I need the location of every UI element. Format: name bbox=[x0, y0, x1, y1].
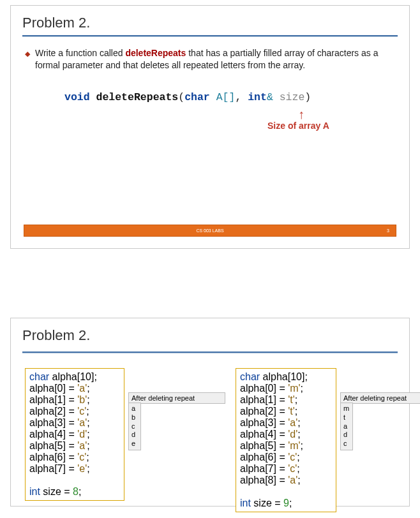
result-left: a b c d e bbox=[128, 403, 141, 450]
code-example-left: char alpha[10]; alpha[0] = 'a'; alpha[1]… bbox=[25, 368, 124, 501]
title-rule bbox=[22, 352, 398, 353]
slide-1: Problem 2. ◆ Write a function called del… bbox=[10, 5, 410, 249]
arrow-label: Size of array A bbox=[267, 120, 329, 132]
paren-close: ) bbox=[304, 91, 311, 103]
slide-2: Problem 2. char alpha[10]; alpha[0] = 'a… bbox=[10, 318, 410, 507]
type-char: char bbox=[184, 91, 210, 103]
type-int: int bbox=[248, 91, 267, 103]
result-title-left: After deleting repeat bbox=[128, 392, 225, 404]
code-example-right: char alpha[10]; alpha[0] = 'm'; alpha[1]… bbox=[236, 368, 336, 512]
slide-title: Problem 2. bbox=[11, 6, 409, 35]
result-right: m t a d c bbox=[340, 403, 353, 450]
footer-bar: CS 003 LABS 3 bbox=[24, 225, 396, 237]
param-size: size bbox=[273, 91, 305, 103]
footer-center: CS 003 LABS bbox=[196, 228, 223, 233]
bullet-text: Write a function called deleteRepeats th… bbox=[35, 47, 395, 71]
comma: , bbox=[235, 91, 248, 103]
amp-ref: & bbox=[267, 91, 273, 103]
function-signature: void deleteRepeats(char A[], int& size) bbox=[25, 91, 395, 105]
param-A: A[] bbox=[210, 91, 236, 103]
arrow-annotation: ↑ Size of array A bbox=[25, 105, 395, 134]
slide-body: ◆ Write a function called deleteRepeats … bbox=[11, 37, 409, 134]
paren-open: ( bbox=[178, 91, 184, 103]
footer-page-number: 3 bbox=[387, 228, 389, 233]
fn-name: deleteRepeats bbox=[96, 91, 179, 103]
diamond-icon: ◆ bbox=[25, 49, 30, 59]
slide-title: Problem 2. bbox=[11, 318, 409, 348]
bullet-row: ◆ Write a function called deleteRepeats … bbox=[25, 47, 395, 71]
bullet-pre: Write a function called bbox=[35, 48, 125, 58]
bullet-fn-name: deleteRepeats bbox=[125, 48, 186, 58]
kw-void: void bbox=[64, 91, 90, 103]
